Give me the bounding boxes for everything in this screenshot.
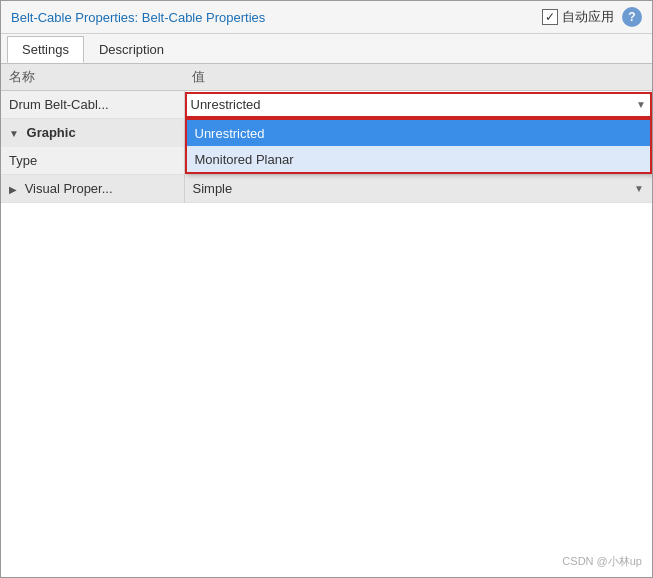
window-title: Belt-Cable Properties: Belt-Cable Proper… [11, 10, 265, 25]
tab-description[interactable]: Description [84, 36, 179, 63]
dropdown-arrow-icon: ▼ [636, 99, 646, 110]
tab-settings[interactable]: Settings [7, 36, 84, 63]
graphic-section-name[interactable]: ▼ Graphic [1, 119, 184, 147]
table-header: 名称 值 [1, 64, 652, 91]
auto-apply-container[interactable]: ✓ 自动应用 [542, 8, 614, 26]
col-name-header: 名称 [1, 64, 184, 91]
visual-props-value-cell: Simple ▼ [184, 175, 652, 203]
help-button[interactable]: ? [622, 7, 642, 27]
drum-belt-cable-value-cell: Unrestricted ▼ Unrestricted Monitored Pl… [184, 91, 652, 119]
drum-belt-cable-dropdown[interactable]: Unrestricted ▼ [185, 92, 653, 118]
dropdown-option-unrestricted[interactable]: Unrestricted [187, 120, 651, 146]
drum-belt-cable-name: Drum Belt-Cabl... [1, 91, 184, 119]
table-row: ▶ Visual Proper... Simple ▼ [1, 175, 652, 203]
title-controls: ✓ 自动应用 ? [542, 7, 642, 27]
watermark: CSDN @小林up [562, 554, 642, 569]
col-value-header: 值 [184, 64, 652, 91]
table-row: Drum Belt-Cabl... Unrestricted ▼ Unrestr… [1, 91, 652, 119]
visual-props-expand-icon: ▶ [9, 184, 17, 195]
auto-apply-checkbox[interactable]: ✓ [542, 9, 558, 25]
type-name: Type [1, 147, 184, 175]
content-area: 名称 值 Drum Belt-Cabl... Unrestricted ▼ Un… [1, 64, 652, 577]
title-bar: Belt-Cable Properties: Belt-Cable Proper… [1, 1, 652, 34]
dropdown-current-value: Unrestricted [191, 97, 261, 112]
properties-table: 名称 值 Drum Belt-Cabl... Unrestricted ▼ Un… [1, 64, 652, 203]
section-expand-icon: ▼ [9, 128, 19, 139]
main-window: Belt-Cable Properties: Belt-Cable Proper… [0, 0, 653, 578]
auto-apply-label: 自动应用 [562, 8, 614, 26]
visual-props-dropdown[interactable]: Simple ▼ [185, 177, 653, 200]
tab-bar: Settings Description [1, 34, 652, 64]
dropdown-popup: Unrestricted Monitored Planar [185, 118, 653, 174]
visual-props-dropdown-arrow-icon: ▼ [634, 183, 644, 194]
dropdown-option-monitored-planar[interactable]: Monitored Planar [187, 146, 651, 172]
visual-props-name: ▶ Visual Proper... [1, 175, 184, 203]
